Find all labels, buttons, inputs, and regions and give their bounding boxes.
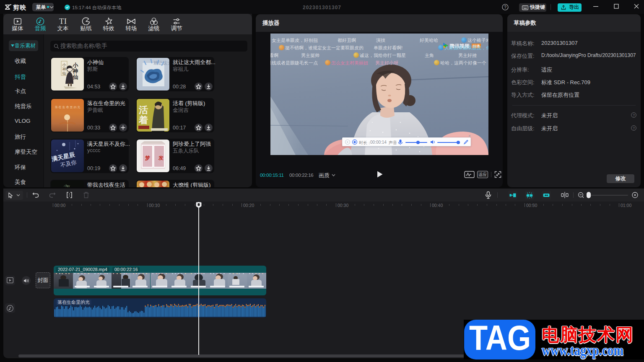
- svg-text:神: 神: [62, 67, 66, 71]
- svg-text:Jay: Jay: [65, 184, 70, 187]
- svg-text:小: 小: [73, 62, 79, 68]
- svg-text:仙: 仙: [62, 71, 66, 75]
- svg-text:TI: TI: [59, 17, 67, 26]
- svg-text:仙: 仙: [73, 74, 78, 80]
- svg-text:着: 着: [138, 115, 148, 125]
- svg-text:落 在 生 命 里 的 光: 落 在 生 命 里 的 光: [55, 106, 80, 109]
- svg-text:?: ?: [504, 5, 506, 10]
- svg-text:?: ?: [633, 113, 635, 117]
- svg-text:小: 小: [62, 63, 66, 67]
- svg-text:就让这大雨: 就让这大雨: [153, 60, 169, 65]
- svg-text:神: 神: [73, 68, 78, 74]
- svg-text:梦: 梦: [145, 155, 151, 161]
- svg-text:活: 活: [138, 105, 148, 115]
- svg-text:?: ?: [633, 126, 635, 130]
- svg-text:发: 发: [158, 155, 164, 161]
